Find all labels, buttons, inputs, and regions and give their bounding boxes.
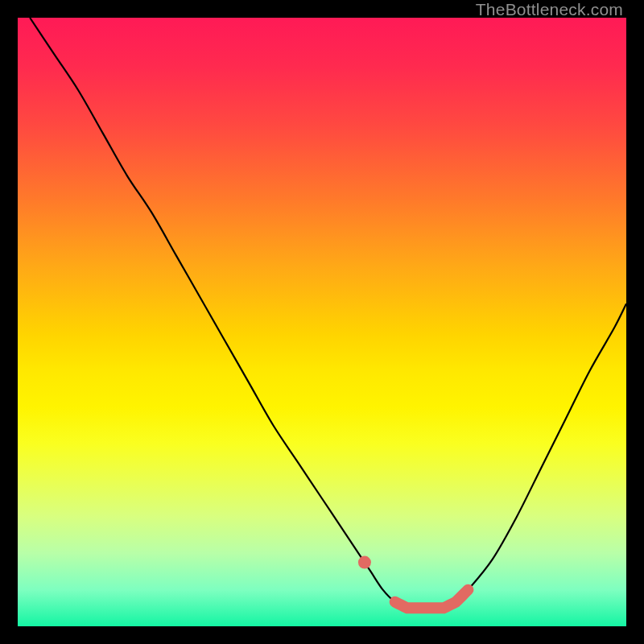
curve-line [30, 18, 626, 609]
watermark-text: TheBottleneck.com [476, 0, 623, 19]
curve-markers [395, 590, 469, 609]
chart-container: TheBottleneck.com [0, 0, 644, 644]
chart-svg [18, 18, 626, 626]
curve-marker-dot [358, 556, 371, 569]
plot-area [18, 18, 626, 626]
